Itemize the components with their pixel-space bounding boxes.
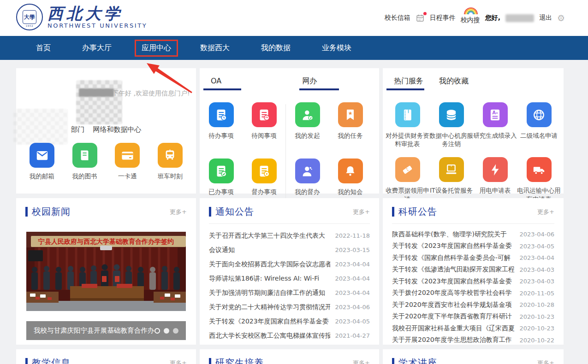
redacted-user-name — [79, 88, 114, 97]
notice-item[interactable]: 会议通知2023-03-15 — [209, 243, 370, 257]
wb-tile-my-initiated[interactable]: 我的发起 — [287, 102, 328, 148]
section-bar — [25, 358, 28, 364]
nav-item-my-data[interactable]: 我的数据 — [256, 41, 295, 56]
nav-item-service-hall[interactable]: 办事大厅 — [77, 41, 116, 56]
header: 大學 1902 西北大学 NORTHWEST UNIVERSITY 校长信箱 — [0, 0, 588, 36]
logout-link[interactable]: 退出 — [539, 14, 552, 22]
calendar-icon[interactable] — [416, 13, 425, 23]
wb-tile-my-supervision[interactable]: 我的督办 — [287, 159, 328, 205]
graduate-more-link[interactable]: 更多+ — [353, 359, 370, 364]
university-name-en: NORTHWEST UNIVERSITY — [48, 22, 147, 29]
research-item[interactable]: 关于开展2020年度学生思想政治教育工作2020-10-22 — [392, 335, 554, 346]
president-mailbox-link[interactable]: 校长信箱 — [385, 14, 410, 22]
truck-icon — [527, 157, 552, 182]
news-caption-text: 我校与甘肃庆阳宁县开展基础教育合作办 — [34, 326, 154, 335]
shortcut-my-books[interactable]: 我的图书 — [65, 143, 105, 180]
nav-item-business-modules[interactable]: 业务模块 — [317, 41, 356, 56]
tab-my-favorites[interactable]: 我的收藏 — [439, 76, 469, 92]
notification-dot — [423, 12, 427, 15]
nav-item-data-nwu[interactable]: 数据西大 — [196, 41, 234, 56]
notice-item[interactable]: 关于转发《2023年度国家自然科学基金委2023-04-05 — [209, 314, 370, 329]
section-bar — [209, 358, 211, 364]
person-search-icon — [295, 159, 320, 183]
notice-item[interactable]: 导师讲坛第186讲: Wireless AI: Wi-Fi2023-04-04 — [209, 271, 370, 286]
tile-label: 我的发起 — [295, 131, 320, 140]
schedule-events-link[interactable]: 日程事件 — [430, 14, 456, 22]
tile-label: 待办事项 — [209, 131, 234, 140]
notice-item[interactable]: 关于面向全校招募西北大学国际会议志愿者2023-04-04 — [209, 257, 370, 271]
oa-tile-supervise[interactable]: 督办事项 — [244, 159, 285, 205]
research-item[interactable]: 关于2020年度西安市社会科学规划基金项2020-10-28 — [392, 299, 554, 311]
research-item[interactable]: 关于2020年度下半年陕西省教育厅科研计2020-10-23 — [392, 311, 554, 323]
lectures-more-link[interactable]: 更多+ — [537, 359, 554, 364]
tile-label: 待阅事项 — [252, 131, 277, 140]
svc-tile-finance-approval[interactable]: 对外提供财务资料审批表 — [386, 102, 429, 148]
book-icon — [72, 143, 97, 168]
nav-item-app-center[interactable]: 应用中心 — [135, 40, 178, 57]
doc-read-icon — [252, 102, 277, 127]
svc-tile-electricity-apply[interactable]: 用电申请表 — [473, 157, 517, 203]
wb-tile-my-tasks[interactable]: 我的任务 — [330, 102, 371, 148]
campus-search-link[interactable]: 校内搜 — [461, 12, 480, 24]
section-title: 研究生培养 — [215, 357, 264, 364]
notice-item[interactable]: 关于对党的二十大精神传达学习贯彻情况开2023-04-06 — [209, 300, 370, 314]
section-title: 校园新闻 — [32, 205, 71, 218]
ticket-icon — [395, 157, 420, 182]
research-item[interactable]: 关于转发《国家自然科学基金委员会-可解2023-04-04 — [392, 252, 554, 264]
research-item[interactable]: 关于转发《2023年度国家自然科学基金委2023-04-03 — [392, 276, 554, 288]
notice-item[interactable]: 关于召开西北大学第三十四次学生代表大2022-11-18 — [209, 229, 370, 243]
settings-gear-icon[interactable]: ⚙ — [557, 14, 565, 23]
doc-play-icon — [252, 159, 277, 183]
svc-tile-vehicle-apply[interactable]: 电讯运输中心用车申请表 — [517, 157, 561, 203]
tile-label: 数据中心机房服务注销 — [429, 131, 473, 148]
shortcut-campus-card[interactable]: 一卡通 — [107, 143, 148, 180]
graduate-training-card: 研究生培养 更多+ — [200, 349, 379, 364]
tile-label: 二级域名申请 — [520, 131, 558, 140]
teaching-more-link[interactable]: 更多+ — [170, 359, 187, 364]
news-photo[interactable]: 宁县人民政府与西北大学基础教育合作办学签约 — [26, 232, 186, 311]
svc-tile-receipt-apply[interactable]: 收费票据领用申请 — [386, 157, 429, 203]
research-item[interactable]: 我校召开国家社科基金重大项目《辽宋西夏2020-10-23 — [392, 323, 554, 335]
notice-item[interactable]: 西北大学长安校区教工公寓电梯媒体宣传报2021-04-27 — [209, 329, 370, 343]
tile-label: IT设备托管服务 — [430, 186, 473, 194]
shortcut-my-mail[interactable]: 我的邮箱 — [22, 143, 62, 180]
svc-tile-it-hosting[interactable]: IT设备托管服务 — [429, 157, 473, 203]
teaching-info-card: 教学信息 更多+ — [16, 349, 196, 364]
notebook-icon — [395, 102, 420, 127]
department-value: 网络和数据中心 — [93, 125, 142, 134]
photo-banner-text: 宁县人民政府与西北大学基础教育合作办学签约 — [38, 238, 174, 245]
svc-tile-grade-entry[interactable]: A 研究生成绩录入 — [473, 102, 517, 148]
notice-item[interactable]: 关于加强清明节期间廉洁自律工作的通知2023-04-04 — [209, 286, 370, 300]
university-logo[interactable]: 大學 1902 西北大学 NORTHWEST UNIVERSITY — [16, 4, 147, 30]
globe-icon — [527, 102, 552, 127]
oa-tile-to-read[interactable]: 待阅事项 — [244, 102, 285, 148]
notices-more-link[interactable]: 更多+ — [353, 208, 370, 216]
department-line: 部门网络和数据中心 — [16, 125, 196, 134]
shortcut-bus-schedule[interactable]: 班车时刻 — [150, 143, 190, 180]
rainbow-icon — [463, 7, 479, 15]
research-more-link[interactable]: 更多+ — [537, 208, 554, 216]
oa-tile-todo[interactable]: 待办事项 — [201, 102, 242, 148]
carousel-dot[interactable] — [173, 328, 178, 334]
wb-tile-my-notifications[interactable]: 我的知会 — [330, 159, 371, 205]
news-more-link[interactable]: 更多+ — [170, 208, 187, 216]
research-item[interactable]: 陕西基础科学(数学、物理学)研究院关于2023-04-06 — [392, 229, 554, 241]
research-item[interactable]: 关于转发《低渗透油气田勘探开发国家工程2023-04-03 — [392, 264, 554, 276]
doc-grade-icon: A — [483, 102, 508, 127]
carousel-dot[interactable] — [164, 328, 169, 334]
research-item[interactable]: 关于拨付2020年度高等学校哲学社会科学2020-11-05 — [392, 288, 554, 299]
tile-label: 我的督办 — [295, 188, 320, 196]
svc-tile-datacenter-cancel[interactable]: 数据中心机房服务注销 — [429, 102, 473, 148]
news-carousel-caption[interactable]: 我校与甘肃庆阳宁县开展基础教育合作办 — [26, 321, 186, 340]
nav-item-home[interactable]: 首页 — [31, 41, 55, 56]
tab-underline-oa — [203, 88, 241, 90]
section-title: 学术讲座 — [398, 357, 437, 364]
lectures-card: 学术讲座 更多+ — [383, 349, 564, 364]
research-item[interactable]: 关于转发《2023年度国家自然科学基金委2023-04-05 — [392, 241, 554, 252]
tile-label: 我的图书 — [72, 172, 97, 180]
section-bar — [25, 207, 28, 217]
tile-label: 对外提供财务资料审批表 — [386, 131, 429, 148]
svc-tile-domain-apply[interactable]: 二级域名申请 — [517, 102, 561, 148]
oa-tile-done[interactable]: 已办事项 — [201, 159, 242, 205]
carousel-dot-active[interactable] — [154, 328, 160, 334]
